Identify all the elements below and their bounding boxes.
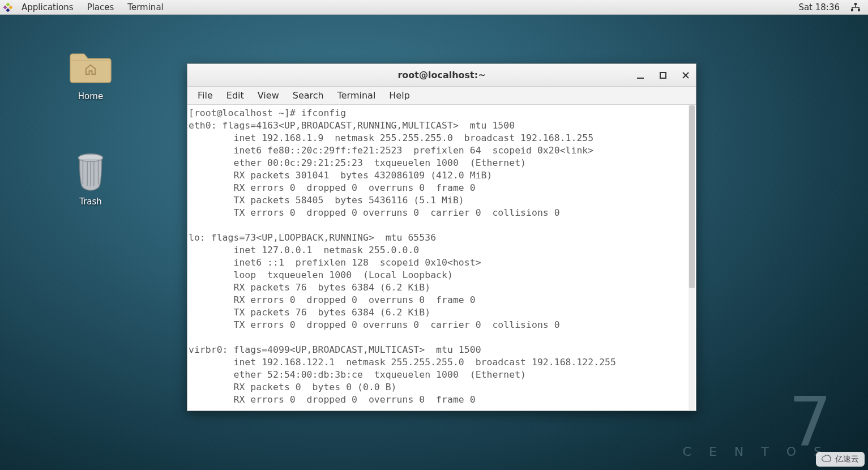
panel-menu-applications[interactable]: Applications [15,0,80,15]
menu-terminal[interactable]: Terminal [331,90,383,101]
menu-view[interactable]: View [251,90,286,101]
svg-rect-6 [858,9,860,11]
desktop-icon-trash[interactable]: Trash [57,151,125,207]
centos-wordmark: 7 C E N T O S [683,395,828,459]
menu-edit[interactable]: Edit [220,90,251,101]
desktop-icon-label: Trash [57,196,125,207]
window-title: root@localhost:~ [187,70,696,80]
menu-file[interactable]: File [191,90,220,101]
trash-icon [65,151,116,193]
svg-rect-3 [6,8,10,12]
window-minimize-button[interactable] [635,70,646,81]
svg-rect-10 [660,72,666,78]
terminal-menubar: File Edit View Search Terminal Help [187,87,696,105]
scrollbar-thumb[interactable] [689,105,695,288]
distro-logo-icon [3,3,12,12]
top-panel: Applications Places Terminal Sat 18:36 [0,0,868,15]
svg-rect-2 [3,5,7,9]
panel-menu-terminal[interactable]: Terminal [121,0,170,15]
window-close-button[interactable] [680,70,691,81]
desktop-icon-home[interactable]: Home [57,45,125,101]
network-icon[interactable] [850,2,861,13]
terminal-output: [root@localhost ~]# ifconfig eth0: flags… [187,105,696,411]
watermark: 亿速云 [816,452,865,467]
svg-rect-1 [8,5,12,9]
window-titlebar[interactable]: root@localhost:~ [187,64,696,87]
window-maximize-button[interactable] [657,70,669,81]
svg-rect-5 [851,9,853,11]
terminal-window: root@localhost:~ File Edit View Search T… [187,63,696,411]
terminal-body[interactable]: [root@localhost ~]# ifconfig eth0: flags… [187,105,696,411]
panel-menu-places[interactable]: Places [80,0,121,15]
svg-rect-4 [854,3,857,5]
desktop-icon-label: Home [57,91,125,101]
terminal-scrollbar[interactable] [689,105,695,410]
folder-home-icon [65,45,116,88]
menu-help[interactable]: Help [382,90,416,101]
svg-rect-0 [6,3,10,7]
menu-search[interactable]: Search [286,90,331,101]
panel-clock[interactable]: Sat 18:36 [792,2,846,12]
